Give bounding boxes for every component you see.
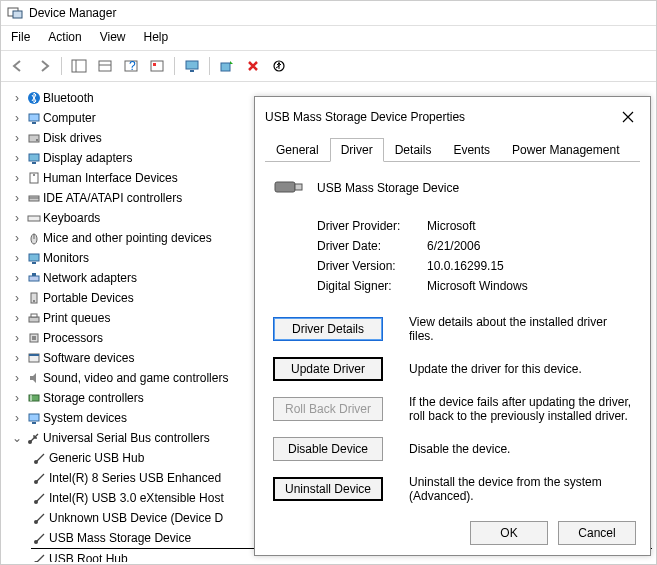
uninstall-device-button[interactable]: Uninstall Device <box>273 477 383 501</box>
menu-view[interactable]: View <box>98 28 128 46</box>
dialog-body: USB Mass Storage Device Driver Provider:… <box>255 162 650 511</box>
usb-icon <box>31 552 49 562</box>
device-manager-icon <box>7 5 23 21</box>
date-value: 6/21/2006 <box>427 239 632 253</box>
titlebar: Device Manager <box>1 1 656 26</box>
mouse-icon <box>25 231 43 245</box>
processor-icon <box>25 331 43 345</box>
system-icon <box>25 411 43 425</box>
usb-icon <box>31 491 49 505</box>
device-name: USB Mass Storage Device <box>317 181 459 195</box>
monitor-icon[interactable] <box>181 55 203 77</box>
svg-rect-31 <box>29 276 39 281</box>
dialog-tabs: General Driver Details Events Power Mana… <box>265 137 640 162</box>
cancel-button[interactable]: Cancel <box>558 521 636 545</box>
bluetooth-icon <box>25 91 43 105</box>
menu-file[interactable]: File <box>9 28 32 46</box>
driver-details-desc: View details about the installed driver … <box>409 315 632 343</box>
collapse-icon[interactable]: ⌄ <box>11 428 23 448</box>
usb-icon <box>31 511 49 525</box>
rollback-driver-desc: If the device fails after updating the d… <box>409 395 632 423</box>
tab-driver[interactable]: Driver <box>330 138 384 162</box>
hid-icon <box>25 171 43 185</box>
network-icon <box>25 271 43 285</box>
driver-details-button[interactable]: Driver Details <box>273 317 383 341</box>
usb-device-icon <box>273 174 305 201</box>
svg-rect-4 <box>99 61 111 71</box>
date-label: Driver Date: <box>317 239 427 253</box>
properties-button[interactable] <box>94 55 116 77</box>
svg-rect-40 <box>29 354 39 356</box>
tab-details[interactable]: Details <box>384 138 443 162</box>
usb-icon <box>31 531 49 545</box>
svg-text:?: ? <box>129 59 136 73</box>
tab-power[interactable]: Power Management <box>501 138 630 162</box>
toolbar-divider <box>174 57 175 75</box>
forward-button[interactable] <box>33 55 55 77</box>
back-button[interactable] <box>7 55 29 77</box>
svg-rect-17 <box>29 135 39 142</box>
svg-rect-1 <box>13 11 22 18</box>
svg-rect-2 <box>72 60 86 72</box>
storage-icon <box>25 391 43 405</box>
help-button[interactable]: ? <box>120 55 142 77</box>
svg-rect-25 <box>28 216 40 221</box>
version-label: Driver Version: <box>317 259 427 273</box>
device-manager-window: Device Manager File Action View Help ? ›… <box>0 0 657 565</box>
window-title: Device Manager <box>29 6 116 20</box>
svg-point-34 <box>33 300 35 302</box>
dialog-title: USB Mass Storage Device Properties <box>265 110 465 124</box>
disable-device-button[interactable]: Disable Device <box>273 437 383 461</box>
version-value: 10.0.16299.15 <box>427 259 632 273</box>
usb-icon <box>31 451 49 465</box>
svg-rect-15 <box>29 114 39 121</box>
svg-point-22 <box>33 174 35 176</box>
device-header: USB Mass Storage Device <box>273 174 632 201</box>
sound-icon <box>25 371 43 385</box>
driver-actions: Driver Details View details about the in… <box>273 315 632 503</box>
menu-action[interactable]: Action <box>46 28 83 46</box>
usb-icon <box>25 431 43 445</box>
update-driver-button[interactable]: Update Driver <box>273 357 383 381</box>
svg-rect-9 <box>153 63 156 66</box>
driver-info: Driver Provider:Microsoft Driver Date:6/… <box>317 219 632 293</box>
scan-hardware-button[interactable] <box>216 55 238 77</box>
dialog-footer: OK Cancel <box>470 521 636 545</box>
menubar: File Action View Help <box>1 26 656 51</box>
properties-dialog: USB Mass Storage Device Properties Gener… <box>254 96 651 556</box>
software-icon <box>25 351 43 365</box>
close-button[interactable] <box>616 105 640 129</box>
toolbar-divider <box>61 57 62 75</box>
monitor-icon <box>25 251 43 265</box>
svg-rect-29 <box>29 254 39 261</box>
toolbar: ? <box>1 51 656 82</box>
svg-rect-38 <box>32 336 36 340</box>
keyboard-icon <box>25 211 43 225</box>
toolbar-divider <box>209 57 210 75</box>
show-hidden-button[interactable] <box>68 55 90 77</box>
printer-icon <box>25 311 43 325</box>
svg-rect-12 <box>221 63 230 71</box>
svg-point-18 <box>36 139 38 141</box>
scan-button[interactable] <box>146 55 168 77</box>
portable-icon <box>25 291 43 305</box>
svg-rect-54 <box>295 184 302 190</box>
svg-rect-8 <box>151 61 163 71</box>
usb-icon <box>31 471 49 485</box>
tab-general[interactable]: General <box>265 138 330 162</box>
update-driver-button[interactable] <box>268 55 290 77</box>
disable-device-desc: Disable the device. <box>409 442 632 456</box>
provider-label: Driver Provider: <box>317 219 427 233</box>
tab-events[interactable]: Events <box>442 138 501 162</box>
svg-rect-35 <box>29 317 39 322</box>
menu-help[interactable]: Help <box>142 28 171 46</box>
rollback-driver-button: Roll Back Driver <box>273 397 383 421</box>
update-driver-desc: Update the driver for this device. <box>409 362 632 376</box>
dialog-titlebar: USB Mass Storage Device Properties <box>255 97 650 137</box>
display-icon <box>25 151 43 165</box>
uninstall-button[interactable] <box>242 55 264 77</box>
svg-rect-36 <box>31 314 37 317</box>
signer-value: Microsoft Windows <box>427 279 632 293</box>
ok-button[interactable]: OK <box>470 521 548 545</box>
svg-rect-10 <box>186 61 198 69</box>
